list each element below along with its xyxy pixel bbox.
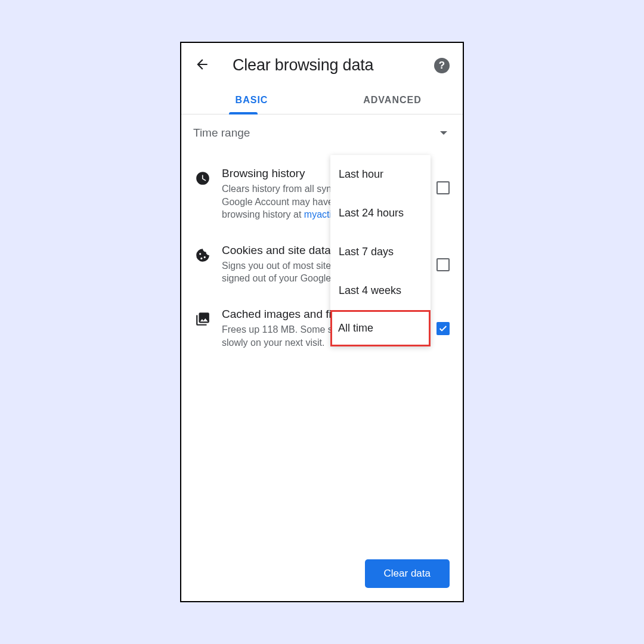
tab-bar: BASIC ADVANCED [181, 86, 463, 114]
time-range-dropdown: Last hour Last 24 hours Last 7 days Last… [330, 155, 431, 346]
footer: Clear data [365, 559, 450, 588]
back-arrow-icon[interactable] [194, 57, 210, 75]
tab-basic[interactable]: BASIC [181, 86, 322, 114]
dropdown-item-last-hour[interactable]: Last hour [330, 155, 431, 194]
clock-icon [194, 171, 211, 186]
checkbox-history[interactable] [436, 181, 450, 194]
cookie-icon [194, 247, 211, 263]
dropdown-item-last-4-weeks[interactable]: Last 4 weeks [330, 271, 431, 310]
dropdown-item-all-time[interactable]: All time [330, 310, 431, 346]
help-icon[interactable]: ? [434, 58, 450, 73]
time-range-label: Time range [193, 126, 435, 140]
page-title: Clear browsing data [233, 56, 420, 75]
checkbox-cookies[interactable] [436, 258, 450, 271]
checkbox-cache[interactable] [436, 322, 450, 335]
time-range-row[interactable]: Time range [181, 114, 463, 145]
clear-data-button[interactable]: Clear data [365, 559, 450, 588]
image-stack-icon [194, 311, 211, 327]
tab-advanced[interactable]: ADVANCED [322, 86, 463, 114]
header-bar: Clear browsing data ? [181, 43, 463, 80]
clear-browsing-data-screen: Clear browsing data ? BASIC ADVANCED Tim… [180, 42, 464, 602]
dropdown-item-last-24-hours[interactable]: Last 24 hours [330, 194, 431, 233]
chevron-down-icon [440, 131, 447, 135]
dropdown-item-last-7-days[interactable]: Last 7 days [330, 233, 431, 271]
tab-indicator [229, 112, 258, 114]
